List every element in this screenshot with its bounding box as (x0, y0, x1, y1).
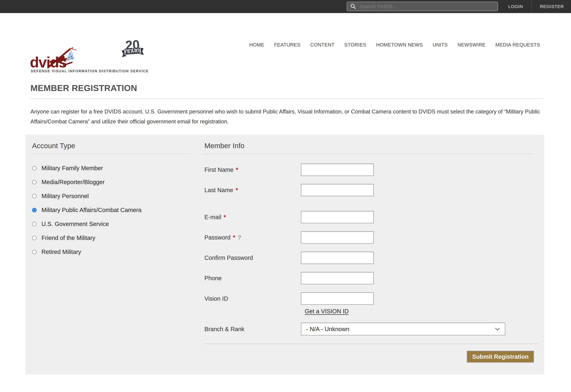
search-input[interactable] (356, 2, 497, 11)
search-icon (350, 3, 356, 10)
vision-id-label: Vision ID (204, 292, 301, 302)
member-info-heading: Member Info (204, 142, 538, 150)
vision-id-label-text: Vision ID (204, 295, 228, 302)
account-type-heading: Account Type (32, 142, 193, 150)
intro-text: Anyone can register for a free DVIDS acc… (30, 107, 545, 126)
radio-label: Retired Military (42, 249, 81, 255)
account-type-divider (32, 154, 190, 154)
radio-option-military-personnel[interactable]: Military Personnel (32, 193, 193, 199)
first-name-field (301, 164, 374, 176)
required-asterisk: * (236, 167, 238, 173)
radio-button-military-personnel[interactable] (32, 194, 37, 198)
phone-row: Phone (204, 272, 538, 284)
last-name-label: Last Name* (204, 187, 301, 194)
radio-label: U.S. Government Service (42, 221, 109, 227)
vision-id-link[interactable]: Get a VISION ID (305, 308, 349, 315)
site-header: dvids DEFENSE VISUAL INFORMATION DISTRIB… (0, 13, 571, 75)
password-label: Password*? (204, 234, 301, 241)
nav-item-media-requests[interactable]: MEDIA REQUESTS (496, 42, 540, 48)
nav-item-content[interactable]: CONTENT (310, 42, 334, 48)
email-label-text: E-mail (204, 214, 221, 221)
nav-item-features[interactable]: FEATURES (274, 42, 301, 48)
password-field (301, 231, 374, 244)
radio-button-friend-of-the-military[interactable] (32, 236, 37, 240)
nav-item-hometown-news[interactable]: HOMETOWN NEWS (376, 42, 423, 48)
phone-label: Phone (204, 275, 301, 281)
first-name-label: First Name* (204, 167, 301, 173)
nav-item-units[interactable]: UNITS (433, 42, 448, 48)
branch-rank-label: Branch & Rank (204, 326, 301, 333)
branch-rank-select[interactable]: - N/A - Unknown (301, 323, 505, 336)
branch-rank-label-text: Branch & Rank (204, 326, 244, 333)
submit-row: Submit Registration (204, 351, 538, 363)
radio-option-u-s-government-service[interactable]: U.S. Government Service (32, 221, 193, 227)
first-name-row: First Name* (204, 164, 538, 176)
password-help-icon[interactable]: ? (238, 234, 241, 241)
logo-tagline: DEFENSE VISUAL INFORMATION DISTRIBUTION … (31, 69, 149, 73)
required-asterisk: * (224, 214, 226, 221)
chevron-down-icon (495, 327, 500, 331)
last-name-input[interactable] (301, 184, 374, 196)
confirm-password-field (301, 252, 374, 264)
radio-button-media-reporter-blogger[interactable] (32, 180, 37, 184)
vision-id-input[interactable] (301, 292, 374, 305)
email-row: E-mail* (204, 211, 538, 223)
branch-rank-row: Branch & Rank - N/A - Unknown (204, 323, 538, 336)
registration-panel: Account Type Military Family MemberMedia… (26, 135, 544, 374)
vision-id-field: Get a VISION ID (301, 292, 374, 315)
search-box (347, 2, 498, 11)
member-info-form: First Name*Last Name*E-mail*Password*?Co… (204, 164, 538, 323)
email-field (301, 211, 374, 223)
first-name-input[interactable] (301, 164, 374, 176)
nav-item-stories[interactable]: STORIES (344, 42, 366, 48)
page-title: MEMBER REGISTRATION (30, 83, 571, 93)
confirm-password-row: Confirm Password (204, 252, 538, 264)
register-button[interactable]: REGISTER (532, 0, 571, 13)
email-label: E-mail* (204, 214, 301, 221)
email-input[interactable] (301, 211, 374, 223)
branch-rank-value: - N/A - Unknown (306, 326, 349, 333)
confirm-password-label-text: Confirm Password (204, 254, 253, 261)
radio-option-friend-of-the-military[interactable]: Friend of the Military (32, 235, 193, 241)
title-divider (30, 98, 543, 99)
phone-input[interactable] (301, 272, 374, 284)
confirm-password-input[interactable] (301, 252, 374, 264)
radio-option-retired-military[interactable]: Retired Military (32, 249, 193, 255)
radio-label: Military Public Affairs/Combat Camera (42, 207, 142, 213)
submit-divider (204, 343, 538, 344)
required-asterisk: * (233, 234, 235, 241)
login-button[interactable]: LOGIN (500, 0, 531, 13)
password-row: Password*? (204, 231, 538, 244)
nav-item-newswire[interactable]: NEWSWIRE (457, 42, 485, 48)
last-name-row: Last Name* (204, 184, 538, 196)
logo-text: dvids (30, 55, 66, 70)
radio-label: Friend of the Military (42, 235, 95, 241)
password-input[interactable] (301, 231, 374, 244)
member-info-section: Member Info First Name*Last Name*E-mail*… (204, 142, 538, 363)
radio-label: Media/Reporter/Blogger (42, 179, 105, 185)
phone-field (301, 272, 374, 284)
radio-button-military-family-member[interactable] (32, 166, 37, 170)
radio-option-military-public-affairs-combat-camera[interactable]: Military Public Affairs/Combat Camera (32, 207, 193, 213)
radio-label: Military Personnel (42, 193, 89, 199)
last-name-field (301, 184, 374, 196)
nav-item-home[interactable]: HOME (249, 42, 264, 48)
main-nav: HOMEFEATURESCONTENTSTORIESHOMETOWN NEWSU… (249, 42, 540, 48)
last-name-label-text: Last Name (204, 187, 233, 194)
radio-button-u-s-government-service[interactable] (32, 222, 37, 226)
password-label-text: Password (204, 234, 231, 241)
radio-option-media-reporter-blogger[interactable]: Media/Reporter/Blogger (32, 179, 193, 185)
vision-id-row: Vision IDGet a VISION ID (204, 292, 538, 315)
confirm-password-label: Confirm Password (204, 254, 301, 261)
radio-option-military-family-member[interactable]: Military Family Member (32, 165, 193, 171)
radio-button-retired-military[interactable] (32, 250, 37, 254)
topbar: LOGIN REGISTER (0, 0, 571, 13)
radio-label: Military Family Member (42, 165, 103, 171)
account-type-options: Military Family MemberMedia/Reporter/Blo… (32, 165, 193, 255)
radio-button-military-public-affairs-combat-camera[interactable] (32, 208, 37, 212)
phone-label-text: Phone (204, 275, 222, 281)
anniversary-badge: YEARS 20 (121, 40, 145, 59)
account-type-section: Account Type Military Family MemberMedia… (32, 142, 193, 255)
first-name-label-text: First Name (204, 167, 234, 173)
submit-registration-button[interactable]: Submit Registration (467, 351, 534, 363)
